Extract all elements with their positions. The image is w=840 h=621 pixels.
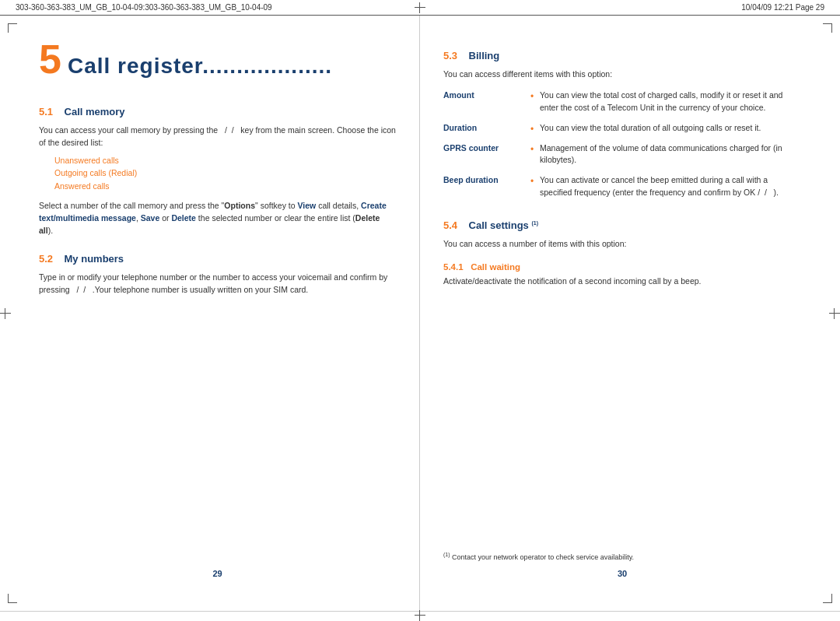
left-page: 5 Call register................... 5.1 C… xyxy=(0,16,420,611)
billing-term-gprs: GPRS counter xyxy=(443,142,529,153)
content-area: 5 Call register................... 5.1 C… xyxy=(0,16,840,611)
chapter-number: 5 xyxy=(39,39,61,79)
right-page-inner: 5.3 Billing You can access different ite… xyxy=(443,39,801,588)
corner-tl-left xyxy=(8,23,17,33)
section-51-heading: 5.1 Call memory xyxy=(39,106,396,118)
billing-row-beep: Beep duration You can activate or cancel… xyxy=(443,174,801,199)
section-52-heading: 5.2 My numbers xyxy=(39,253,396,265)
bottom-right xyxy=(420,612,840,621)
left-spacer xyxy=(39,300,396,563)
section-54-sup: (1) xyxy=(531,219,538,225)
section-53-intro: You can access different items with this… xyxy=(443,68,801,80)
corner-br-right xyxy=(823,594,832,603)
billing-def-amount: You can view the total cost of charged c… xyxy=(529,89,801,114)
left-page-inner: 5 Call register................... 5.1 C… xyxy=(39,39,396,588)
header-left: 303-360-363-383_UM_GB_10-04-09:303-360-3… xyxy=(16,3,272,12)
corner-tr-right xyxy=(823,23,832,33)
section-541-body: Activate/deactivate the notification of … xyxy=(443,275,801,287)
billing-term-beep: Beep duration xyxy=(443,174,529,184)
bottom-bar xyxy=(0,611,840,621)
bottom-crosshair xyxy=(415,610,425,621)
billing-term-duration: Duration xyxy=(443,122,529,132)
page-wrapper: 303-360-363-383_UM_GB_10-04-09:303-360-3… xyxy=(0,0,840,621)
right-page-number: 30 xyxy=(443,563,801,588)
chapter-header: 5 Call register................... xyxy=(39,39,396,79)
list-item-unanswered: Unanswered calls xyxy=(39,154,396,167)
list-item-answered: Answered calls xyxy=(39,180,396,193)
section-541-heading: 5.4.1 Call waiting xyxy=(443,262,801,272)
right-page: 5.3 Billing You can access different ite… xyxy=(420,16,840,611)
section-51-body1: You can access your call memory by press… xyxy=(39,124,396,149)
footnote: (1) Contact your network operator to che… xyxy=(443,543,801,563)
billing-row-amount: Amount You can view the total cost of ch… xyxy=(443,89,801,114)
section-51-body2: Select a number of the call memory and p… xyxy=(39,199,396,237)
header-center-mark xyxy=(415,2,425,13)
section-54-heading: 5.4 Call settings (1) xyxy=(443,219,801,231)
bottom-left xyxy=(0,612,420,621)
billing-def-beep: You can activate or cancel the beep emit… xyxy=(529,174,801,199)
billing-term-amount: Amount xyxy=(443,89,529,100)
section-53-heading: 5.3 Billing xyxy=(443,50,801,61)
corner-bl-left xyxy=(8,594,17,603)
billing-def-gprs: Management of the volume of data communi… xyxy=(529,142,801,167)
section-52-body: Type in or modify your telephone number … xyxy=(39,271,396,296)
left-page-number: 29 xyxy=(39,563,396,588)
header-right: 10/04/09 12:21 Page 29 xyxy=(741,3,824,12)
footnote-sup: (1) xyxy=(443,552,450,557)
footnote-text: Contact your network operator to check s… xyxy=(452,553,634,561)
billing-table: Amount You can view the total cost of ch… xyxy=(443,89,801,206)
header-bar: 303-360-363-383_UM_GB_10-04-09:303-360-3… xyxy=(0,0,840,16)
billing-def-duration: You can view the total duration of all o… xyxy=(529,122,801,135)
crosshair-top xyxy=(415,2,425,13)
right-spacer xyxy=(443,292,801,543)
billing-row-duration: Duration You can view the total duration… xyxy=(443,122,801,135)
billing-row-gprs: GPRS counter Management of the volume of… xyxy=(443,142,801,167)
section-54-intro: You can access a number of items with th… xyxy=(443,237,801,250)
list-item-outgoing: Outgoing calls (Redial) xyxy=(39,167,396,180)
chapter-title: Call register................... xyxy=(68,54,332,79)
